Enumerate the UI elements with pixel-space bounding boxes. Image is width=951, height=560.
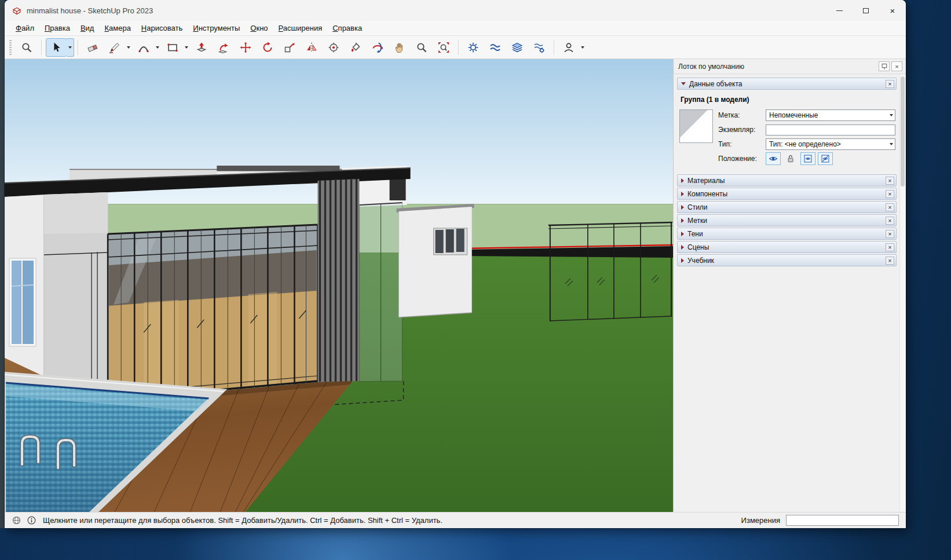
menu-item-4[interactable]: Камера xyxy=(99,21,136,35)
tray-settings-tool-button[interactable] xyxy=(529,38,550,57)
soften-edges-icon xyxy=(489,42,501,53)
tag-select[interactable]: Непомеченные xyxy=(766,109,895,121)
tags-layers-icon xyxy=(511,42,523,53)
select-tool-menu-caret[interactable] xyxy=(66,38,74,57)
menu-item-9[interactable]: Справка xyxy=(327,21,367,35)
tray-section-title: Материалы xyxy=(687,177,882,185)
menu-item-5[interactable]: Нарисовать xyxy=(136,21,188,35)
arc-tool-button[interactable] xyxy=(133,38,154,57)
move-icon xyxy=(240,42,251,53)
close-section-button[interactable]: × xyxy=(886,243,894,251)
line-icon xyxy=(109,42,120,53)
scene-svg[interactable] xyxy=(5,59,673,512)
scale-tool-button[interactable] xyxy=(279,38,300,57)
measurements-input[interactable] xyxy=(786,515,899,526)
expand-arrow-icon xyxy=(681,218,684,223)
glass-wall xyxy=(108,225,317,401)
menu-item-2[interactable]: Правка xyxy=(39,21,75,35)
expand-arrow-icon xyxy=(681,258,684,263)
tray-section-header-5[interactable]: Тени× xyxy=(677,228,897,240)
menu-item-3[interactable]: Вид xyxy=(75,21,100,35)
tags-layers-tool-button[interactable] xyxy=(507,38,528,57)
scrollbar-thumb[interactable] xyxy=(901,76,905,186)
follow-me-tool-button[interactable] xyxy=(213,38,234,57)
default-tray: Лоток по умолчанию × Данные объекта × Гр… xyxy=(673,59,906,512)
tray-section-header-3[interactable]: Стили× xyxy=(677,201,897,213)
tray-section-header-2[interactable]: Компоненты× xyxy=(677,188,897,200)
tray-scrollbar[interactable] xyxy=(899,75,905,511)
model-info-tool-button[interactable] xyxy=(463,38,484,57)
minimize-button[interactable] xyxy=(826,0,853,21)
search-icon xyxy=(21,42,32,53)
position-camera-tool-button[interactable] xyxy=(323,38,344,57)
zoom-extents-tool-button[interactable] xyxy=(433,38,454,57)
tray-section-header-1[interactable]: Материалы× xyxy=(677,174,897,186)
close-section-button[interactable]: × xyxy=(886,190,894,198)
menu-item-6[interactable]: Инструменты xyxy=(188,21,245,35)
entity-thumbnail xyxy=(679,109,713,143)
account-tool-button[interactable] xyxy=(558,38,579,57)
expand-arrow-icon xyxy=(681,192,684,196)
toolbar xyxy=(5,36,906,59)
arc-tool-menu-caret[interactable] xyxy=(153,38,162,57)
zoom-tool-button[interactable] xyxy=(411,38,432,57)
toolbar-separator xyxy=(78,40,78,55)
entity-info-header[interactable]: Данные объекта × xyxy=(677,78,897,90)
close-section-button[interactable]: × xyxy=(886,217,894,225)
line-tool-menu-caret[interactable] xyxy=(125,38,133,57)
chevron-down-icon xyxy=(890,114,893,116)
follow-me-icon xyxy=(218,42,229,53)
entity-info-close-button[interactable]: × xyxy=(886,80,894,88)
tray-pin-button[interactable] xyxy=(879,61,890,71)
tray-section-header-7[interactable]: Учебник× xyxy=(677,254,897,266)
tray-section-header-4[interactable]: Метки× xyxy=(677,214,897,226)
close-section-button[interactable]: × xyxy=(886,203,894,211)
info-icon[interactable] xyxy=(27,515,36,525)
flip-icon xyxy=(306,42,317,53)
close-section-button[interactable]: × xyxy=(886,177,894,185)
push-pull-tool-button[interactable] xyxy=(191,38,212,57)
close-button[interactable]: × xyxy=(879,0,906,21)
menu-item-1[interactable]: Файл xyxy=(10,21,39,35)
rotate-tool-button[interactable] xyxy=(257,38,278,57)
eraser-tool-button[interactable] xyxy=(82,38,103,57)
soften-edges-tool-button[interactable] xyxy=(485,38,506,57)
maximize-button[interactable] xyxy=(853,0,879,21)
account-tool-menu-caret[interactable] xyxy=(579,38,587,57)
move-tool-button[interactable] xyxy=(235,38,256,57)
orbit-tool-button[interactable] xyxy=(367,38,388,57)
toolbar-separator xyxy=(41,40,42,55)
search-tool-button[interactable] xyxy=(16,38,37,57)
geolocation-icon[interactable] xyxy=(12,515,21,525)
type-select[interactable]: Тип: <не определено> xyxy=(766,138,895,150)
menu-item-8[interactable]: Расширения xyxy=(273,21,328,35)
close-section-button[interactable]: × xyxy=(886,230,894,238)
scale-icon xyxy=(284,42,295,53)
line-tool-button[interactable] xyxy=(104,38,125,57)
eye-slash-box-icon xyxy=(821,154,830,163)
viewport-3d[interactable] xyxy=(5,59,673,512)
hide-rest-toggle[interactable] xyxy=(818,152,833,165)
tray-section-header-6[interactable]: Сцены× xyxy=(677,241,897,253)
paint-bucket-tool-button[interactable] xyxy=(345,38,366,57)
toolbar-grip[interactable] xyxy=(9,40,12,55)
menu-item-7[interactable]: Окно xyxy=(245,21,273,35)
louver-fins xyxy=(317,179,359,382)
instance-input[interactable] xyxy=(766,125,895,136)
rectangle-tool-menu-caret[interactable] xyxy=(182,38,191,57)
hide-same-level-toggle[interactable] xyxy=(800,152,815,165)
model-info-icon xyxy=(467,42,479,53)
right-wing xyxy=(397,204,474,317)
tray-sections: Материалы×Компоненты×Стили×Метки×Тени×Сц… xyxy=(677,174,897,266)
close-section-button[interactable]: × xyxy=(886,257,894,265)
flip-tool-button[interactable] xyxy=(301,38,322,57)
rectangle-tool-button[interactable] xyxy=(162,38,183,57)
hidden-toggle[interactable] xyxy=(766,152,781,165)
select-tool-button[interactable] xyxy=(46,38,67,57)
tray-close-button[interactable]: × xyxy=(891,61,902,71)
instance-field-label: Экземпляр: xyxy=(718,126,766,134)
tray-body: Данные объекта × Группа (1 в модели) Мет… xyxy=(674,74,906,512)
lock-toggle[interactable] xyxy=(783,152,798,165)
pan-tool-button[interactable] xyxy=(389,38,410,57)
title-bar: minmalist house - SketchUp Pro 2023 × xyxy=(5,0,906,21)
